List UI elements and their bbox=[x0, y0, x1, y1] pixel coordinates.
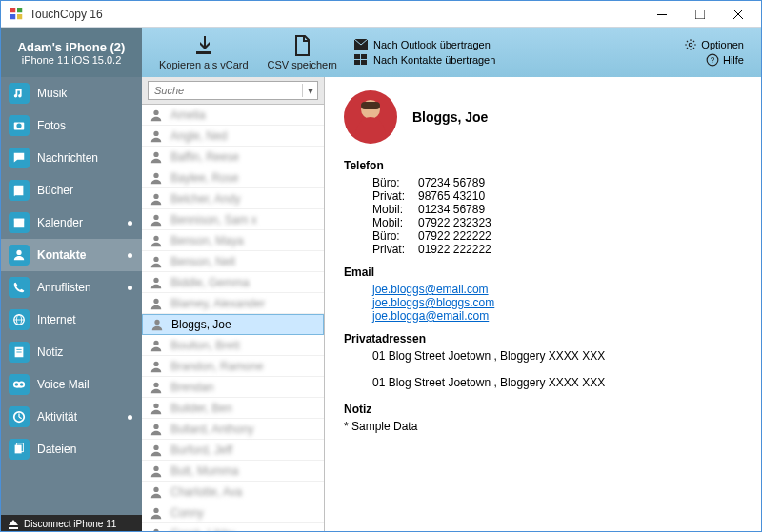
list-item[interactable]: Charlotte, Ava bbox=[142, 482, 324, 502]
contact-name-blurred: Crook, Libby bbox=[170, 527, 234, 533]
person-icon bbox=[150, 339, 163, 352]
person-icon bbox=[150, 255, 163, 268]
contact-list[interactable]: AmeliaAngle, NedBaffin, ReeseBaylee, Ros… bbox=[142, 105, 324, 532]
sidebar-item-book[interactable]: Bücher bbox=[1, 174, 142, 207]
person-icon bbox=[150, 443, 163, 457]
list-item[interactable]: Angle, Ned bbox=[142, 126, 324, 147]
list-item[interactable]: Biddle, Gemma bbox=[142, 272, 324, 293]
sidebar-item-activity[interactable]: Aktivität bbox=[1, 401, 142, 433]
chat-icon bbox=[9, 148, 30, 168]
disconnect-label: Disconnect iPhone 11 bbox=[24, 519, 116, 529]
sidebar-item-phone[interactable]: Anruflisten bbox=[1, 271, 142, 304]
list-item[interactable]: Baylee, Rose bbox=[142, 167, 324, 188]
phone-row: Privat:98765 43210 bbox=[344, 189, 742, 203]
sidebar-item-note[interactable]: Notiz bbox=[1, 336, 142, 368]
svg-text:7: 7 bbox=[17, 221, 21, 227]
close-button[interactable] bbox=[719, 1, 757, 28]
list-item[interactable]: Brandon, Ramone bbox=[142, 356, 324, 377]
sidebar-item-label: Aktivität bbox=[37, 410, 77, 424]
mail-icon bbox=[354, 39, 368, 50]
email-link[interactable]: joe.bloggs@bloggs.com bbox=[344, 296, 742, 309]
contact-name-blurred: Burford, Jeff bbox=[170, 443, 232, 457]
list-item[interactable]: Blamey, Alexander bbox=[142, 293, 324, 314]
phone-value: 07234 56789 bbox=[418, 176, 485, 189]
person-icon bbox=[150, 129, 163, 143]
maximize-button[interactable] bbox=[681, 1, 719, 28]
transfer-outlook-button[interactable]: Nach Outlook übertragen bbox=[354, 39, 495, 50]
person-icon bbox=[150, 150, 163, 164]
person-icon bbox=[150, 108, 163, 122]
phone-icon bbox=[9, 277, 30, 298]
phone-value: 01922 222222 bbox=[418, 243, 491, 256]
list-item-selected[interactable]: Bloggs, Joe bbox=[142, 314, 324, 335]
indicator-dot bbox=[128, 253, 132, 258]
note-icon bbox=[9, 342, 30, 363]
list-item[interactable]: Bennison, Sam x bbox=[142, 209, 324, 230]
detail-contact-name: Bloggs, Joe bbox=[412, 109, 488, 125]
music-icon bbox=[9, 83, 30, 104]
sidebar-item-voicemail[interactable]: Voice Mail bbox=[1, 368, 142, 401]
list-item[interactable]: Benson, Maya bbox=[142, 230, 324, 251]
options-button[interactable]: Optionen bbox=[684, 38, 744, 51]
options-label: Optionen bbox=[701, 39, 744, 50]
email-link[interactable]: joe.bloggs@email.com bbox=[344, 283, 742, 296]
search-dropdown-icon[interactable]: ▾ bbox=[302, 84, 317, 97]
svg-point-45 bbox=[153, 298, 158, 303]
list-item[interactable]: Conny bbox=[142, 502, 324, 523]
svg-rect-35 bbox=[9, 527, 18, 529]
list-item[interactable]: Amelia bbox=[142, 105, 324, 126]
person-icon bbox=[150, 297, 163, 310]
list-item[interactable]: Boulton, Brett bbox=[142, 335, 324, 356]
list-item[interactable]: Crook, Libby bbox=[142, 523, 324, 532]
svg-point-54 bbox=[153, 486, 158, 491]
search-box[interactable]: ▾ bbox=[148, 81, 318, 100]
svg-point-48 bbox=[153, 361, 158, 365]
list-item[interactable]: Burford, Jeff bbox=[142, 440, 324, 461]
copy-vcard-button[interactable]: Kopieren als vCard bbox=[150, 32, 258, 72]
help-button[interactable]: ? Hilfe bbox=[706, 53, 744, 67]
contact-name-blurred: Angle, Ned bbox=[170, 129, 227, 143]
help-icon: ? bbox=[706, 53, 719, 67]
list-item[interactable]: Builder, Ben bbox=[142, 398, 324, 419]
toolbar: Kopieren als vCard CSV speichern Nach Ou… bbox=[142, 28, 761, 77]
email-link[interactable]: joe.blogga@email.com bbox=[344, 309, 742, 323]
phone-value: 98765 43210 bbox=[418, 189, 485, 203]
contact-name-blurred: Bennison, Sam x bbox=[170, 213, 257, 227]
contact-name-blurred: Baylee, Rose bbox=[170, 171, 238, 185]
phone-type: Büro: bbox=[372, 176, 418, 189]
svg-point-17 bbox=[16, 123, 21, 128]
sidebar-item-label: Nachrichten bbox=[37, 151, 98, 165]
sidebar-item-music[interactable]: Musik bbox=[1, 77, 142, 109]
list-item[interactable]: Butt, Mumma bbox=[142, 461, 324, 482]
list-item[interactable]: Baffin, Reese bbox=[142, 147, 324, 167]
sidebar-item-calendar[interactable]: 7Kalender bbox=[1, 207, 142, 239]
titlebar: TouchCopy 16 bbox=[1, 1, 761, 28]
contact-name-blurred: Brendan bbox=[170, 381, 213, 394]
list-item[interactable]: Bullard, Anthony bbox=[142, 419, 324, 440]
minimize-button[interactable] bbox=[643, 1, 681, 28]
list-item[interactable]: Brendan bbox=[142, 377, 324, 398]
contact-name: Bloggs, Joe bbox=[171, 318, 231, 331]
files-icon bbox=[9, 439, 30, 460]
sidebar-item-camera[interactable]: Fotos bbox=[1, 109, 142, 142]
sidebar-item-label: Fotos bbox=[37, 119, 66, 132]
svg-text:?: ? bbox=[711, 56, 715, 65]
note-section-title: Notiz bbox=[344, 403, 742, 416]
contact-name-blurred: Charlotte, Ava bbox=[170, 485, 242, 499]
sidebar-item-chat[interactable]: Nachrichten bbox=[1, 142, 142, 174]
csv-save-button[interactable]: CSV speichern bbox=[258, 32, 347, 72]
person-icon bbox=[150, 506, 163, 520]
list-item[interactable]: Benson, Nell bbox=[142, 251, 324, 272]
contact-name-blurred: Belcher, Andy bbox=[170, 192, 240, 206]
sidebar-item-label: Voice Mail bbox=[37, 378, 90, 391]
sidebar-item-files[interactable]: Dateien bbox=[1, 433, 142, 465]
sidebar-item-person[interactable]: Kontakte bbox=[1, 239, 142, 271]
sidebar-item-globe[interactable]: Internet bbox=[1, 304, 142, 336]
svg-point-51 bbox=[153, 424, 158, 428]
list-item[interactable]: Belcher, Andy bbox=[142, 188, 324, 209]
disconnect-button[interactable]: Disconnect iPhone 11 bbox=[1, 515, 142, 532]
svg-rect-60 bbox=[361, 102, 380, 109]
transfer-contacts-button[interactable]: Nach Kontakte übertragen bbox=[354, 54, 495, 66]
search-input[interactable] bbox=[149, 83, 302, 98]
phone-row: Büro:07234 56789 bbox=[344, 176, 742, 189]
